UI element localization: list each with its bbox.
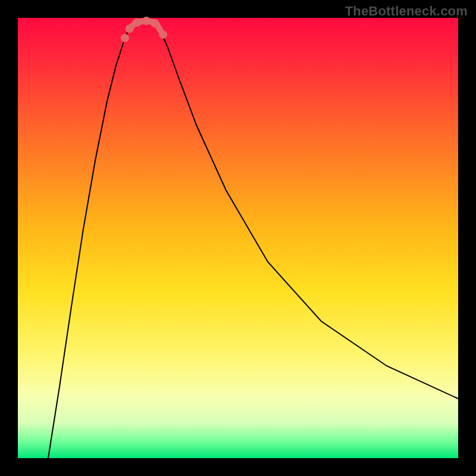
highlight-dot	[126, 24, 134, 33]
curve-right-branch	[156, 23, 458, 399]
highlight-dot	[142, 17, 151, 25]
highlight-dot	[151, 19, 159, 27]
chart-frame: TheBottleneck.com	[0, 0, 476, 476]
plot-area	[18, 18, 458, 458]
watermark-text: TheBottleneck.com	[345, 4, 468, 19]
highlight-dot	[159, 30, 167, 39]
highlight-dot	[133, 18, 141, 27]
curve-left-branch	[48, 23, 136, 458]
chart-svg	[18, 18, 458, 458]
highlight-dot	[121, 34, 129, 42]
